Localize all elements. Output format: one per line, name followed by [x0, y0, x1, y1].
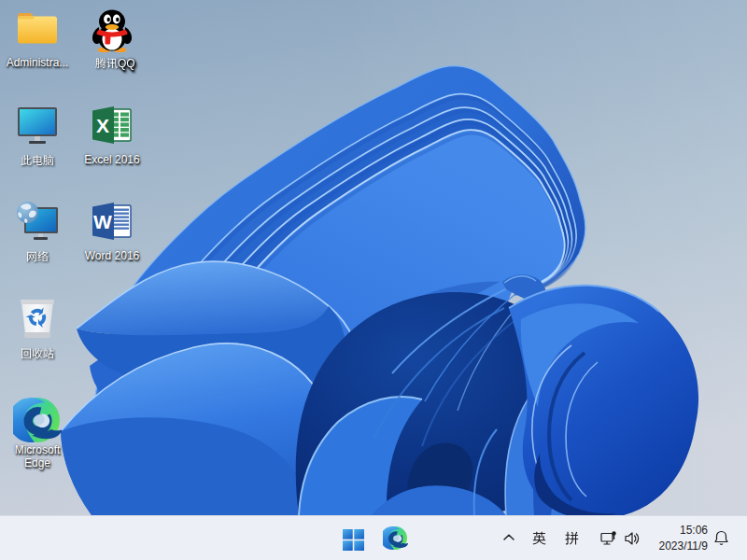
svg-text:W: W [93, 211, 112, 232]
svg-text:X: X [96, 115, 109, 136]
svg-text:QQ: QQ [118, 57, 135, 70]
